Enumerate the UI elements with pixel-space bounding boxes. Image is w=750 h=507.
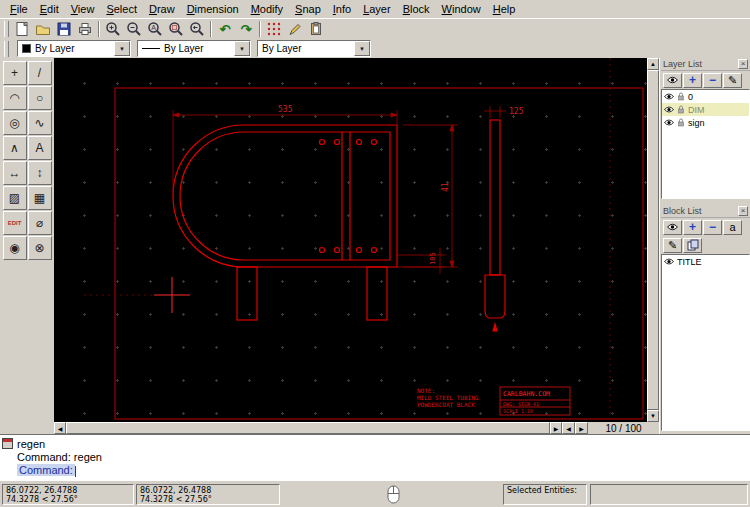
pen-edit-button[interactable] — [285, 20, 305, 38]
add-block-button[interactable]: + — [683, 220, 702, 235]
tool-snap-button[interactable]: ◉ — [3, 236, 27, 260]
block-list-title: Block List — [663, 206, 702, 216]
command-dock-icon[interactable] — [2, 438, 13, 449]
lock-icon[interactable] — [677, 105, 685, 114]
block-row-title[interactable]: TITLE — [662, 255, 749, 268]
command-prompt: Command: — [17, 464, 75, 476]
toolbar-grip[interactable] — [4, 21, 9, 37]
note-line3: POWDERCOAT BLACK — [417, 401, 475, 408]
tool-text-button[interactable]: A — [28, 136, 52, 160]
tool-edit-button[interactable]: EDIT — [3, 211, 27, 235]
command-input-line[interactable]: Command: — [17, 464, 76, 477]
layer-row-dim[interactable]: DIM — [662, 103, 749, 116]
rename-block-button[interactable]: a — [723, 220, 742, 235]
tool-spline-button[interactable]: ∿ — [28, 111, 52, 135]
linewidth-combobox-arrow[interactable]: ▼ — [234, 41, 250, 56]
tool-hatch-button[interactable]: ▨ — [3, 186, 27, 210]
print-button[interactable] — [75, 20, 95, 38]
tool-polyline-button[interactable]: ∧ — [3, 136, 27, 160]
block-listbox: TITLE — [661, 254, 750, 431]
eye-icon[interactable] — [664, 93, 674, 100]
dimension-leg-label: 105 — [429, 252, 437, 265]
eye-icon[interactable] — [664, 119, 674, 126]
zoom-in-button[interactable] — [103, 20, 123, 38]
menu-dimension[interactable]: Dimension — [181, 1, 245, 17]
eye-icon[interactable] — [664, 106, 674, 113]
menu-info[interactable]: Info — [327, 1, 357, 17]
menu-block[interactable]: Block — [397, 1, 436, 17]
layer-list-close-icon[interactable]: × — [738, 59, 748, 69]
drawing-canvas[interactable]: 535 125 41 105 NOTE: MILD STEEL TUBING P… — [54, 58, 647, 422]
zoom-out-button[interactable] — [124, 20, 144, 38]
tool-image-button[interactable]: ▦ — [28, 186, 52, 210]
snap-grid-button[interactable] — [264, 20, 284, 38]
zoom-page-back-button[interactable]: ◀ — [562, 422, 575, 434]
zoom-auto-button[interactable]: A — [145, 20, 165, 38]
linetype-combobox[interactable]: By Layer ▼ — [257, 40, 371, 57]
command-history-line-2: Command: regen — [17, 451, 102, 463]
block-visibility-button[interactable] — [663, 220, 682, 235]
redo-button[interactable]: ↷ — [236, 20, 256, 38]
menu-view[interactable]: View — [65, 1, 101, 17]
tool-measure-button[interactable]: ⌀ — [28, 211, 52, 235]
layer-visibility-button[interactable] — [663, 73, 682, 88]
menu-edit[interactable]: Edit — [34, 1, 65, 17]
toolbar-grip[interactable] — [4, 41, 9, 57]
menu-file[interactable]: File — [4, 1, 34, 17]
attribute-toolbar: By Layer ▼ By Layer ▼ By Layer ▼ — [0, 39, 750, 58]
insert-block-button[interactable] — [683, 238, 702, 253]
canvas-horizontal-scrollbar[interactable]: ◀ ▶ — [54, 422, 562, 434]
menu-help[interactable]: Help — [487, 1, 522, 17]
scroll-left-arrow[interactable]: ◀ — [54, 422, 66, 434]
menu-modify[interactable]: Modify — [245, 1, 289, 17]
open-file-button[interactable] — [33, 20, 53, 38]
tool-ellipse-button[interactable]: ◎ — [3, 111, 27, 135]
menu-snap[interactable]: Snap — [289, 1, 327, 17]
remove-block-button[interactable]: − — [703, 220, 722, 235]
menu-window[interactable]: Window — [436, 1, 487, 17]
block-list-close-icon[interactable]: × — [738, 206, 748, 216]
eye-icon[interactable] — [664, 258, 674, 265]
canvas-vertical-scrollbar[interactable]: ▲ ▼ — [647, 58, 659, 422]
zoom-page-forward-button[interactable]: ▶ — [575, 422, 588, 434]
relative-coordinates-line2: 74.3278 < 27.56° — [140, 495, 276, 504]
layer-row-sign[interactable]: sign — [662, 116, 749, 129]
menu-layer[interactable]: Layer — [357, 1, 397, 17]
zoom-previous-button[interactable] — [187, 20, 207, 38]
scroll-up-arrow[interactable]: ▲ — [647, 58, 659, 70]
linetype-combobox-arrow[interactable]: ▼ — [354, 41, 370, 56]
color-combobox-text: By Layer — [35, 43, 74, 54]
linewidth-combobox[interactable]: By Layer ▼ — [137, 40, 251, 57]
horizontal-scroll-thumb[interactable] — [66, 422, 550, 434]
scroll-right-arrow[interactable]: ▶ — [550, 422, 562, 434]
tool-circle-button[interactable]: ○ — [28, 86, 52, 110]
tool-line-button[interactable]: / — [28, 61, 52, 85]
undo-button[interactable]: ↶ — [215, 20, 235, 38]
edit-layer-button[interactable]: ✎ — [723, 73, 742, 88]
tool-dimension-vertical-button[interactable]: ↕ — [28, 161, 52, 185]
paste-button[interactable] — [306, 20, 326, 38]
new-file-button[interactable] — [12, 20, 32, 38]
tool-delete-button[interactable]: ⊗ — [28, 236, 52, 260]
command-console[interactable]: regen Command: regen Command: — [0, 434, 750, 480]
layer-row-0[interactable]: 0 — [662, 90, 749, 103]
zoom-window-button[interactable] — [166, 20, 186, 38]
menu-draw[interactable]: Draw — [143, 1, 181, 17]
vertical-scroll-thumb[interactable] — [647, 70, 659, 410]
scroll-down-arrow[interactable]: ▼ — [647, 410, 659, 422]
menu-select[interactable]: Select — [100, 1, 143, 17]
layer-list-title: Layer List — [663, 59, 702, 69]
edit-block-button[interactable]: ✎ — [663, 238, 682, 253]
tool-dimension-horizontal-button[interactable]: ↔ — [3, 161, 27, 185]
color-combobox[interactable]: By Layer ▼ — [17, 40, 131, 57]
pencil-icon: ✎ — [728, 74, 737, 87]
color-combobox-arrow[interactable]: ▼ — [114, 41, 130, 56]
lock-icon[interactable] — [677, 92, 685, 101]
remove-layer-button[interactable]: − — [703, 73, 722, 88]
add-layer-button[interactable]: + — [683, 73, 702, 88]
cad-application-window: File Edit View Select Draw Dimension Mod… — [0, 0, 750, 507]
tool-point-button[interactable]: + — [3, 61, 27, 85]
lock-icon[interactable] — [677, 118, 685, 127]
tool-arc-button[interactable]: ◠ — [3, 86, 27, 110]
save-file-button[interactable] — [54, 20, 74, 38]
